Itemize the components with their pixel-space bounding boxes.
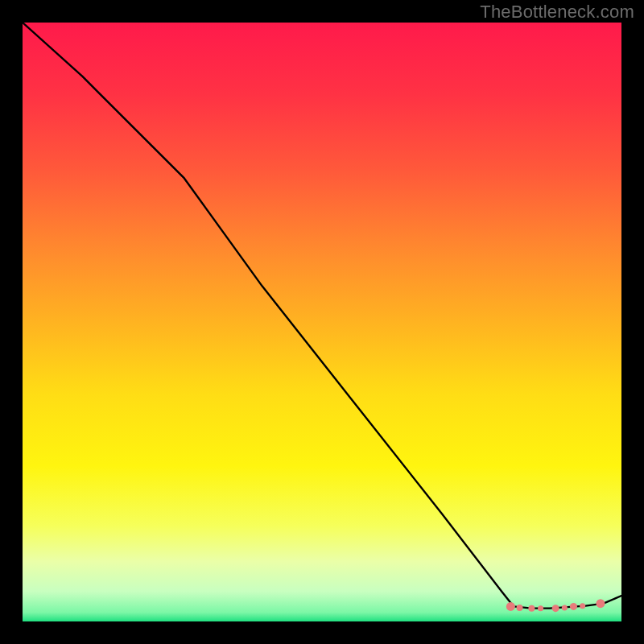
flat-region-dot-1 <box>506 602 515 611</box>
chart-frame: TheBottleneck.com <box>0 0 644 644</box>
flat-region-dot-2 <box>517 605 523 611</box>
flat-region-dot-4 <box>538 605 543 611</box>
gradient-background <box>23 23 621 621</box>
flat-region-dot-9 <box>596 599 605 608</box>
plot-area <box>23 23 621 621</box>
flat-region-dot-8 <box>580 603 585 609</box>
flat-region-dot-7 <box>570 603 577 610</box>
flat-region-dot-5 <box>552 605 559 612</box>
watermark-label: TheBottleneck.com <box>480 2 634 23</box>
chart-svg <box>23 23 621 621</box>
flat-region-dot-6 <box>562 605 568 610</box>
flat-region-dot-3 <box>528 605 535 612</box>
